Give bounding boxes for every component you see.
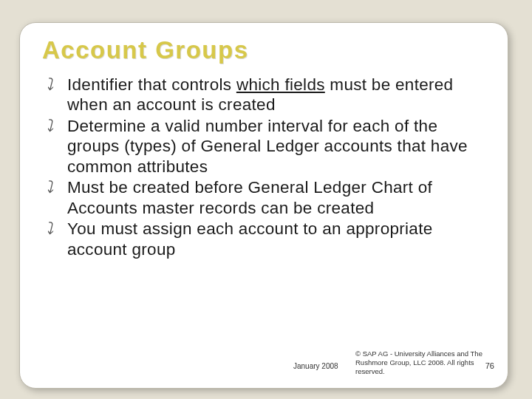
footer: January 2008 © SAP AG - University Allia… [20,344,508,378]
bullet-text-underline: which fields [236,75,325,94]
slide-title: Account Groups [42,36,487,64]
list-item: ⤵ You must assign each account to an app… [45,219,487,259]
bullet-text-pre: You must assign each account to an appro… [67,219,433,258]
list-item: ⤵ Identifier that controls which fields … [45,75,487,115]
bullet-list: ⤵ Identifier that controls which fields … [41,75,487,259]
bullet-text-pre: Must be created before General Ledger Ch… [67,178,432,216]
bullet-icon: ⤵ [45,219,64,239]
bullet-icon: ⤵ [45,75,64,95]
bullet-text-pre: Identifier that controls [67,75,236,94]
list-item: ⤵ Determine a valid number interval for … [45,116,487,177]
content-card: Account Groups ⤵ Identifier that control… [19,22,508,389]
bullet-icon: ⤵ [45,116,64,136]
footer-date: January 2008 [293,362,338,370]
list-item: ⤵ Must be created before General Ledger … [45,177,487,218]
page-number: 76 [485,361,494,370]
slide: Account Groups ⤵ Identifier that control… [0,0,532,399]
footer-copyright: © SAP AG - University Alliances and The … [355,349,496,376]
bullet-icon: ⤵ [45,177,64,197]
bullet-text-pre: Determine a valid number interval for ea… [67,117,468,176]
